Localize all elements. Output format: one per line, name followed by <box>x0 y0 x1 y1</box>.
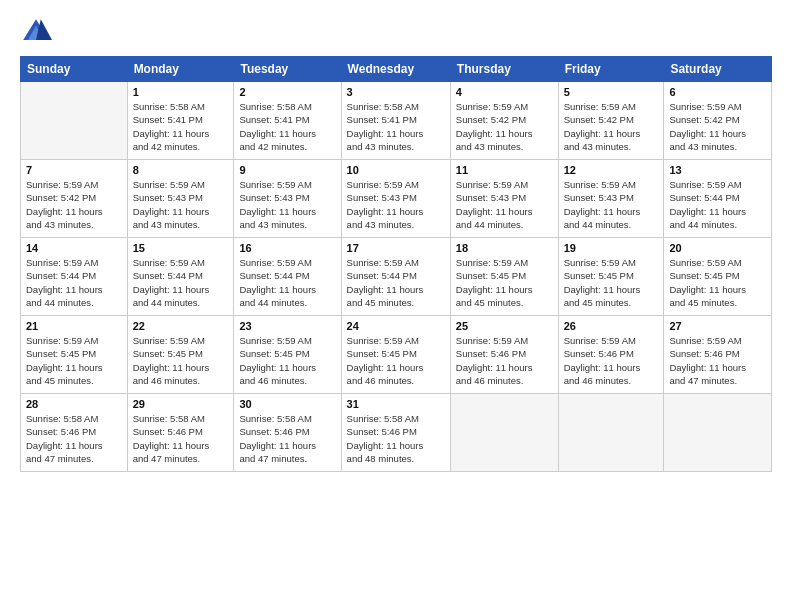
day-number: 9 <box>239 164 335 176</box>
calendar-header-sunday: Sunday <box>21 57 128 82</box>
calendar-cell: 2Sunrise: 5:58 AM Sunset: 5:41 PM Daylig… <box>234 82 341 160</box>
calendar-cell: 27Sunrise: 5:59 AM Sunset: 5:46 PM Dayli… <box>664 316 772 394</box>
calendar-cell: 17Sunrise: 5:59 AM Sunset: 5:44 PM Dayli… <box>341 238 450 316</box>
day-number: 13 <box>669 164 766 176</box>
calendar-cell: 28Sunrise: 5:58 AM Sunset: 5:46 PM Dayli… <box>21 394 128 472</box>
calendar-cell: 9Sunrise: 5:59 AM Sunset: 5:43 PM Daylig… <box>234 160 341 238</box>
day-number: 27 <box>669 320 766 332</box>
day-number: 4 <box>456 86 553 98</box>
day-number: 29 <box>133 398 229 410</box>
day-info: Sunrise: 5:59 AM Sunset: 5:45 PM Dayligh… <box>669 256 766 309</box>
calendar-week-2: 14Sunrise: 5:59 AM Sunset: 5:44 PM Dayli… <box>21 238 772 316</box>
day-number: 6 <box>669 86 766 98</box>
calendar-cell: 18Sunrise: 5:59 AM Sunset: 5:45 PM Dayli… <box>450 238 558 316</box>
calendar-table: SundayMondayTuesdayWednesdayThursdayFrid… <box>20 56 772 472</box>
calendar-header-row: SundayMondayTuesdayWednesdayThursdayFrid… <box>21 57 772 82</box>
day-info: Sunrise: 5:58 AM Sunset: 5:46 PM Dayligh… <box>133 412 229 465</box>
day-info: Sunrise: 5:59 AM Sunset: 5:42 PM Dayligh… <box>669 100 766 153</box>
calendar-header-monday: Monday <box>127 57 234 82</box>
calendar-cell: 24Sunrise: 5:59 AM Sunset: 5:45 PM Dayli… <box>341 316 450 394</box>
calendar-cell: 12Sunrise: 5:59 AM Sunset: 5:43 PM Dayli… <box>558 160 664 238</box>
calendar-cell: 7Sunrise: 5:59 AM Sunset: 5:42 PM Daylig… <box>21 160 128 238</box>
day-number: 19 <box>564 242 659 254</box>
day-info: Sunrise: 5:59 AM Sunset: 5:45 PM Dayligh… <box>133 334 229 387</box>
calendar-week-0: 1Sunrise: 5:58 AM Sunset: 5:41 PM Daylig… <box>21 82 772 160</box>
day-info: Sunrise: 5:59 AM Sunset: 5:44 PM Dayligh… <box>133 256 229 309</box>
logo-icon <box>20 16 52 48</box>
day-number: 20 <box>669 242 766 254</box>
calendar-cell <box>21 82 128 160</box>
day-info: Sunrise: 5:59 AM Sunset: 5:42 PM Dayligh… <box>564 100 659 153</box>
day-info: Sunrise: 5:59 AM Sunset: 5:45 PM Dayligh… <box>347 334 445 387</box>
day-number: 3 <box>347 86 445 98</box>
calendar-cell: 6Sunrise: 5:59 AM Sunset: 5:42 PM Daylig… <box>664 82 772 160</box>
day-number: 15 <box>133 242 229 254</box>
header <box>20 16 772 48</box>
day-info: Sunrise: 5:59 AM Sunset: 5:42 PM Dayligh… <box>26 178 122 231</box>
calendar-cell: 21Sunrise: 5:59 AM Sunset: 5:45 PM Dayli… <box>21 316 128 394</box>
day-info: Sunrise: 5:58 AM Sunset: 5:46 PM Dayligh… <box>26 412 122 465</box>
day-info: Sunrise: 5:59 AM Sunset: 5:46 PM Dayligh… <box>669 334 766 387</box>
day-info: Sunrise: 5:59 AM Sunset: 5:45 PM Dayligh… <box>564 256 659 309</box>
calendar-cell: 19Sunrise: 5:59 AM Sunset: 5:45 PM Dayli… <box>558 238 664 316</box>
day-info: Sunrise: 5:59 AM Sunset: 5:45 PM Dayligh… <box>456 256 553 309</box>
day-number: 17 <box>347 242 445 254</box>
calendar-cell: 1Sunrise: 5:58 AM Sunset: 5:41 PM Daylig… <box>127 82 234 160</box>
calendar-header-wednesday: Wednesday <box>341 57 450 82</box>
day-info: Sunrise: 5:59 AM Sunset: 5:42 PM Dayligh… <box>456 100 553 153</box>
day-info: Sunrise: 5:58 AM Sunset: 5:46 PM Dayligh… <box>347 412 445 465</box>
calendar-cell: 31Sunrise: 5:58 AM Sunset: 5:46 PM Dayli… <box>341 394 450 472</box>
day-info: Sunrise: 5:59 AM Sunset: 5:44 PM Dayligh… <box>239 256 335 309</box>
day-number: 2 <box>239 86 335 98</box>
day-info: Sunrise: 5:59 AM Sunset: 5:44 PM Dayligh… <box>347 256 445 309</box>
calendar-cell: 16Sunrise: 5:59 AM Sunset: 5:44 PM Dayli… <box>234 238 341 316</box>
logo <box>20 16 56 48</box>
day-number: 22 <box>133 320 229 332</box>
day-info: Sunrise: 5:59 AM Sunset: 5:43 PM Dayligh… <box>239 178 335 231</box>
calendar-cell: 15Sunrise: 5:59 AM Sunset: 5:44 PM Dayli… <box>127 238 234 316</box>
calendar-header-thursday: Thursday <box>450 57 558 82</box>
calendar-cell: 13Sunrise: 5:59 AM Sunset: 5:44 PM Dayli… <box>664 160 772 238</box>
calendar-cell: 20Sunrise: 5:59 AM Sunset: 5:45 PM Dayli… <box>664 238 772 316</box>
day-info: Sunrise: 5:58 AM Sunset: 5:41 PM Dayligh… <box>347 100 445 153</box>
day-info: Sunrise: 5:59 AM Sunset: 5:46 PM Dayligh… <box>564 334 659 387</box>
day-info: Sunrise: 5:59 AM Sunset: 5:44 PM Dayligh… <box>669 178 766 231</box>
day-number: 28 <box>26 398 122 410</box>
calendar-header-friday: Friday <box>558 57 664 82</box>
calendar-cell <box>450 394 558 472</box>
day-number: 11 <box>456 164 553 176</box>
calendar-cell: 3Sunrise: 5:58 AM Sunset: 5:41 PM Daylig… <box>341 82 450 160</box>
calendar-cell: 26Sunrise: 5:59 AM Sunset: 5:46 PM Dayli… <box>558 316 664 394</box>
calendar-header-saturday: Saturday <box>664 57 772 82</box>
day-info: Sunrise: 5:59 AM Sunset: 5:43 PM Dayligh… <box>564 178 659 231</box>
day-info: Sunrise: 5:58 AM Sunset: 5:46 PM Dayligh… <box>239 412 335 465</box>
calendar-header-tuesday: Tuesday <box>234 57 341 82</box>
day-info: Sunrise: 5:59 AM Sunset: 5:44 PM Dayligh… <box>26 256 122 309</box>
calendar-cell: 25Sunrise: 5:59 AM Sunset: 5:46 PM Dayli… <box>450 316 558 394</box>
page: SundayMondayTuesdayWednesdayThursdayFrid… <box>0 0 792 612</box>
day-number: 30 <box>239 398 335 410</box>
calendar-cell: 23Sunrise: 5:59 AM Sunset: 5:45 PM Dayli… <box>234 316 341 394</box>
calendar-cell: 4Sunrise: 5:59 AM Sunset: 5:42 PM Daylig… <box>450 82 558 160</box>
day-number: 5 <box>564 86 659 98</box>
calendar-cell: 22Sunrise: 5:59 AM Sunset: 5:45 PM Dayli… <box>127 316 234 394</box>
day-info: Sunrise: 5:59 AM Sunset: 5:43 PM Dayligh… <box>133 178 229 231</box>
day-info: Sunrise: 5:58 AM Sunset: 5:41 PM Dayligh… <box>239 100 335 153</box>
day-number: 18 <box>456 242 553 254</box>
day-number: 8 <box>133 164 229 176</box>
calendar-cell: 30Sunrise: 5:58 AM Sunset: 5:46 PM Dayli… <box>234 394 341 472</box>
calendar-cell: 10Sunrise: 5:59 AM Sunset: 5:43 PM Dayli… <box>341 160 450 238</box>
calendar-week-4: 28Sunrise: 5:58 AM Sunset: 5:46 PM Dayli… <box>21 394 772 472</box>
day-number: 25 <box>456 320 553 332</box>
day-info: Sunrise: 5:59 AM Sunset: 5:43 PM Dayligh… <box>456 178 553 231</box>
calendar-week-3: 21Sunrise: 5:59 AM Sunset: 5:45 PM Dayli… <box>21 316 772 394</box>
calendar-cell: 11Sunrise: 5:59 AM Sunset: 5:43 PM Dayli… <box>450 160 558 238</box>
calendar-cell: 29Sunrise: 5:58 AM Sunset: 5:46 PM Dayli… <box>127 394 234 472</box>
day-number: 10 <box>347 164 445 176</box>
calendar-cell: 14Sunrise: 5:59 AM Sunset: 5:44 PM Dayli… <box>21 238 128 316</box>
calendar-week-1: 7Sunrise: 5:59 AM Sunset: 5:42 PM Daylig… <box>21 160 772 238</box>
day-number: 14 <box>26 242 122 254</box>
calendar-cell: 8Sunrise: 5:59 AM Sunset: 5:43 PM Daylig… <box>127 160 234 238</box>
day-info: Sunrise: 5:59 AM Sunset: 5:45 PM Dayligh… <box>239 334 335 387</box>
day-number: 7 <box>26 164 122 176</box>
